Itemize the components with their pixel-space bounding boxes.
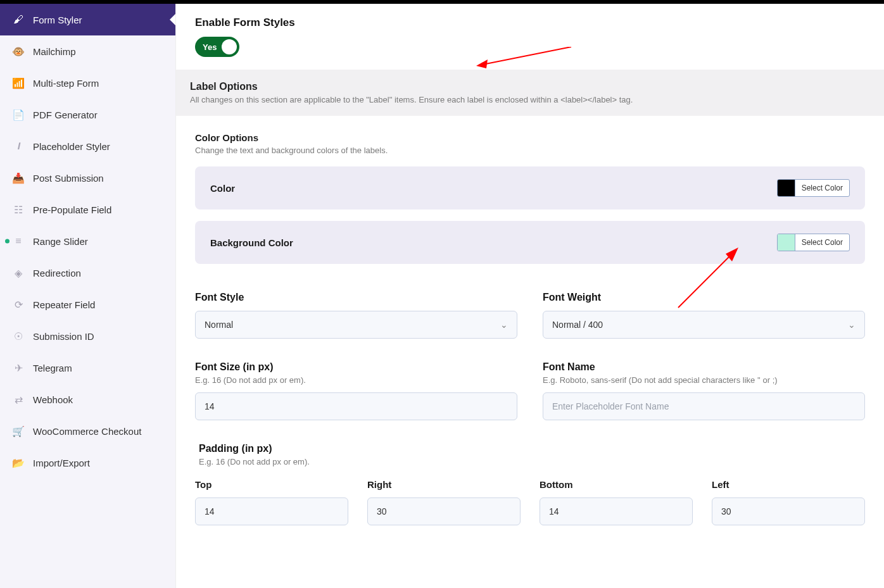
sidebar-item-submission-id[interactable]: ☉Submission ID: [0, 320, 175, 352]
sidebar-item-post-submission[interactable]: 📥Post Submission: [0, 162, 175, 194]
sidebar-item-label: Repeater Field: [33, 299, 163, 310]
sidebar: 🖌Form Styler🐵Mailchimp📶Multi-step Form📄P…: [0, 4, 176, 588]
sidebar-item-webhook[interactable]: ⇄Webhook: [0, 384, 175, 415]
redirection-icon: ◈: [13, 267, 24, 278]
placeholder-styler-icon: 𝙄: [13, 141, 24, 152]
padding-top-field: Top: [195, 479, 348, 525]
content: Enable Form Styles Yes Label Options All…: [176, 4, 884, 588]
sidebar-item-label: Telegram: [33, 363, 163, 373]
sidebar-item-mailchimp[interactable]: 🐵Mailchimp: [0, 35, 175, 67]
telegram-icon: ✈: [13, 362, 24, 373]
font-weight-field: Font Weight Normal / 400 ⌄: [543, 292, 865, 339]
padding-bottom-field: Bottom: [540, 479, 693, 525]
padding-left-label: Left: [712, 479, 865, 490]
padding-bottom-input[interactable]: [540, 497, 693, 525]
sidebar-item-label: Post Submission: [33, 173, 163, 184]
sidebar-item-label: Range Slider: [33, 236, 163, 247]
sidebar-item-label: Placeholder Styler: [33, 141, 163, 152]
select-color-button[interactable]: Select Color: [795, 180, 849, 196]
color-swatch-icon: [778, 180, 795, 196]
font-weight-select[interactable]: Normal / 400 ⌄: [543, 311, 865, 339]
label-options-title: Label Options: [190, 81, 870, 92]
woocommerce-checkout-icon: 🛒: [13, 425, 24, 437]
sidebar-item-pre-populate-field[interactable]: ☷Pre-Populate Field: [0, 194, 175, 225]
label-options-panel: Label Options All changes on this sectio…: [176, 70, 884, 116]
enable-toggle[interactable]: Yes: [195, 37, 239, 57]
range-slider-icon: ≡: [13, 235, 24, 247]
sidebar-item-label: Form Styler: [33, 15, 163, 25]
svg-line-0: [483, 47, 571, 65]
toggle-knob: [222, 39, 237, 54]
padding-hint: E.g. 16 (Do not add px or em).: [199, 457, 865, 466]
post-submission-icon: 📥: [13, 172, 24, 184]
font-size-field: Font Size (in px) E.g. 16 (Do not add px…: [195, 361, 517, 420]
color-row-bg: Background Color Select Color: [195, 221, 865, 264]
color-picker-text[interactable]: Select Color: [777, 179, 850, 197]
sidebar-item-label: Multi-step Form: [33, 78, 163, 89]
font-size-hint: E.g. 16 (Do not add px or em).: [195, 375, 517, 385]
sidebar-item-label: Mailchimp: [33, 46, 163, 57]
mailchimp-icon: 🐵: [13, 46, 24, 57]
padding-top-label: Top: [195, 479, 348, 490]
toggle-label: Yes: [203, 42, 217, 52]
chevron-down-icon: ⌄: [848, 320, 856, 330]
sidebar-item-redirection[interactable]: ◈Redirection: [0, 257, 175, 289]
font-name-input[interactable]: [543, 392, 865, 420]
select-bg-color-button[interactable]: Select Color: [795, 234, 849, 251]
repeater-field-icon: ⟳: [13, 299, 24, 310]
padding-right-label: Right: [367, 479, 521, 490]
sidebar-item-label: Submission ID: [33, 331, 163, 342]
font-style-field: Font Style Normal ⌄: [195, 292, 517, 339]
padding-top-input[interactable]: [195, 497, 348, 525]
annotation-arrow-icon: [476, 47, 578, 72]
font-style-value: Normal: [205, 320, 233, 330]
padding-right-input[interactable]: [367, 497, 521, 525]
color-options-title: Color Options: [195, 132, 865, 143]
sidebar-item-label: WooCommerce Checkout: [33, 426, 163, 437]
padding-left-input[interactable]: [712, 497, 865, 525]
sidebar-item-label: Redirection: [33, 268, 163, 278]
pre-populate-field-icon: ☷: [13, 204, 24, 215]
padding-title: Padding (in px): [199, 443, 865, 454]
font-size-label: Font Size (in px): [195, 361, 517, 373]
enable-title: Enable Form Styles: [195, 16, 865, 29]
padding-right-field: Right: [367, 479, 521, 525]
sidebar-item-form-styler[interactable]: 🖌Form Styler: [0, 4, 175, 35]
sidebar-item-range-slider[interactable]: ≡Range Slider: [0, 225, 175, 257]
sidebar-item-telegram[interactable]: ✈Telegram: [0, 352, 175, 384]
sidebar-item-label: Import/Export: [33, 458, 163, 468]
sidebar-item-pdf-generator[interactable]: 📄PDF Generator: [0, 99, 175, 130]
font-name-field: Font Name E.g. Roboto, sans-serif (Do no…: [543, 361, 865, 420]
bg-color-label: Background Color: [210, 237, 293, 248]
font-style-select[interactable]: Normal ⌄: [195, 311, 517, 339]
sidebar-item-repeater-field[interactable]: ⟳Repeater Field: [0, 289, 175, 320]
padding-left-field: Left: [712, 479, 865, 525]
sidebar-item-import-export[interactable]: 📂Import/Export: [0, 447, 175, 479]
sidebar-item-woocommerce-checkout[interactable]: 🛒WooCommerce Checkout: [0, 415, 175, 447]
pdf-generator-icon: 📄: [13, 109, 24, 120]
font-name-label: Font Name: [543, 361, 865, 373]
active-dot-icon: [5, 239, 9, 244]
color-label: Color: [210, 183, 235, 194]
submission-id-icon: ☉: [13, 330, 24, 342]
font-size-input[interactable]: [195, 392, 517, 420]
chevron-down-icon: ⌄: [500, 320, 508, 330]
webhook-icon: ⇄: [13, 394, 24, 405]
sidebar-item-multi-step-form[interactable]: 📶Multi-step Form: [0, 67, 175, 99]
font-name-hint: E.g. Roboto, sans-serif (Do not add spec…: [543, 375, 865, 385]
import-export-icon: 📂: [13, 457, 24, 468]
sidebar-item-placeholder-styler[interactable]: 𝙄Placeholder Styler: [0, 130, 175, 162]
svg-marker-1: [476, 59, 488, 68]
label-options-desc: All changes on this section are applicab…: [190, 95, 870, 104]
font-weight-label: Font Weight: [543, 292, 865, 303]
color-row-text: Color Select Color: [195, 166, 865, 210]
color-options-desc: Change the text and background colors of…: [195, 146, 865, 155]
font-weight-value: Normal / 400: [552, 320, 603, 330]
sidebar-item-label: Pre-Populate Field: [33, 204, 163, 215]
sidebar-item-label: PDF Generator: [33, 109, 163, 120]
padding-bottom-label: Bottom: [540, 479, 693, 490]
multi-step-form-icon: 📶: [13, 77, 24, 89]
bg-swatch-icon: [778, 234, 795, 251]
font-style-label: Font Style: [195, 292, 517, 303]
color-picker-bg[interactable]: Select Color: [777, 234, 850, 251]
